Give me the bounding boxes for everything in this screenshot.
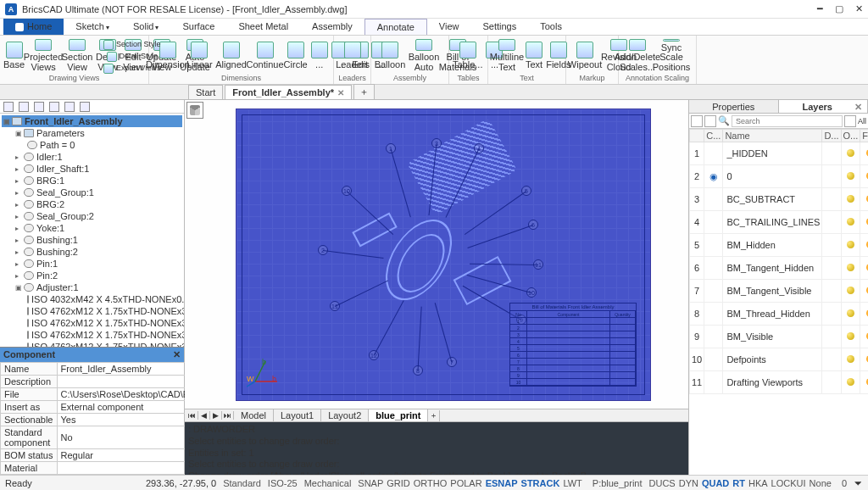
status-toggle[interactable]: DYN	[679, 478, 698, 488]
tree-item[interactable]: ▸BRG:1	[2, 175, 182, 187]
ribbon-button-small[interactable]: Export Views	[103, 63, 161, 75]
ribbon-button-small[interactable]: Detail Style	[103, 51, 161, 63]
status-toggle[interactable]: LOCKUI	[771, 478, 806, 488]
tab-assembly[interactable]: Assembly	[300, 19, 364, 35]
tree-item[interactable]: Path = 0	[40, 140, 75, 150]
ribbon-button[interactable]: Table...	[453, 39, 482, 73]
assembly-tree[interactable]: ▣Front_Idler_Assembly ▣Parameters Path =…	[0, 114, 184, 347]
tree-item[interactable]: ▸BRG:2	[2, 198, 182, 210]
tree-item[interactable]: ISO 4762xM12 X 1.75xTHD-NONEx30:3	[2, 329, 182, 341]
tab-tools[interactable]: Tools	[528, 19, 574, 35]
tab-settings[interactable]: Settings	[470, 19, 528, 35]
ribbon-button[interactable]: Sync Scale Positions	[656, 39, 687, 73]
bom-table[interactable]: Bill of Materials Front Idler Assembly N…	[509, 303, 637, 387]
panel-tab-properties[interactable]: Properties	[689, 100, 779, 113]
tree-item[interactable]: ▸Bushing:2	[2, 246, 182, 258]
tab-nav-last[interactable]: ⏭	[222, 411, 234, 420]
layer-table[interactable]: C... Name D... O... Fr... Lo... Color 1_…	[689, 129, 868, 475]
tab-annotate[interactable]: Annotate	[364, 19, 427, 35]
layer-row[interactable]: 6BM_Tangent_Hidden White	[690, 257, 869, 280]
status-toggle[interactable]: GRID	[387, 478, 410, 488]
tree-item[interactable]: ▸Seal_Group:2	[2, 210, 182, 222]
tree-root[interactable]: Front_Idler_Assembly	[25, 116, 123, 126]
tree-tool-icon[interactable]	[80, 102, 90, 112]
status-toggle[interactable]: SNAP	[358, 478, 383, 488]
status-toggle[interactable]: ESNAP	[486, 478, 518, 488]
minimize-button[interactable]: ━	[817, 3, 823, 14]
doc-tab-start[interactable]: Start	[188, 85, 223, 99]
layer-filter-icon[interactable]	[691, 115, 703, 127]
layer-row[interactable]: 1_HIDDEN White	[690, 142, 869, 165]
status-toggle[interactable]: LWT	[563, 478, 581, 488]
ribbon-button[interactable]: Base	[3, 39, 25, 73]
ribbon-button[interactable]: Text	[526, 39, 542, 73]
tree-item[interactable]: ISO 4762xM12 X 1.75xTHD-NONEx30:4	[2, 341, 182, 347]
tree-tool-icon[interactable]	[3, 102, 14, 112]
layout-tab-add[interactable]: ＋	[428, 410, 440, 421]
ribbon-button[interactable]: Section View	[62, 39, 92, 73]
ribbon-button[interactable]: Multiline Text	[492, 39, 522, 73]
tree-item[interactable]: ISO 4762xM12 X 1.75xTHD-NONEx30:2	[2, 317, 182, 329]
layer-row[interactable]: 9BM_Visible White	[690, 326, 869, 348]
tab-solid[interactable]: Solid▾	[121, 19, 170, 35]
layer-row[interactable]: 3BC_SUBTRACT Red	[690, 188, 869, 211]
status-toggle[interactable]: None	[810, 478, 832, 488]
layer-row[interactable]: 7BM_Tangent_Visible White	[690, 280, 869, 303]
tab-view[interactable]: View	[427, 19, 471, 35]
close-button[interactable]: ✕	[855, 3, 863, 14]
ribbon-button[interactable]: ...	[311, 39, 328, 73]
ribbon-button[interactable]: Balloon	[375, 39, 405, 73]
tab-nav-prev[interactable]: ◀	[198, 411, 210, 420]
ribbon-button[interactable]: Continue	[250, 39, 281, 73]
layout-tab[interactable]: Layout2	[321, 409, 369, 421]
layout-tab-model[interactable]: Model	[234, 409, 274, 421]
tab-sheetmetal[interactable]: Sheet Metal	[226, 19, 300, 35]
doc-tab-add[interactable]: ＋	[353, 84, 375, 99]
command-line[interactable]: : DRAWORDER Select entities to change dr…	[185, 422, 688, 475]
tree-tool-icon[interactable]	[19, 102, 29, 112]
tree-item[interactable]: ▸Pin:1	[2, 258, 182, 270]
tree-item[interactable]: ISO 4032xM42 X 4.5xTHD-NONEx0.1	[2, 293, 182, 305]
tab-nav-first[interactable]: ⏮	[186, 411, 198, 420]
ribbon-button[interactable]: Leaders	[337, 39, 368, 73]
status-toggle[interactable]: ORTHO	[414, 478, 448, 488]
drawing-viewport[interactable]: 1345611109781211210 Bill of Materials Fr…	[185, 100, 688, 409]
layer-filter-icon[interactable]	[704, 115, 716, 127]
tree-item[interactable]: ▸Pin:2	[2, 270, 182, 281]
status-toggle[interactable]: HKA	[748, 478, 768, 488]
doc-tab-active[interactable]: Front_Idler_Assembly*✕	[225, 85, 352, 99]
tab-home[interactable]: Home	[3, 19, 64, 35]
tree-item[interactable]: ISO 4762xM12 X 1.75xTHD-NONEx30:1	[2, 305, 182, 317]
tree-item[interactable]: Parameters	[36, 128, 85, 138]
layer-row[interactable]: 8BM_Thread_Hidden White	[690, 303, 869, 326]
ribbon-button[interactable]: Balloon Auto	[409, 39, 439, 73]
status-toggle[interactable]: POLAR	[450, 478, 481, 488]
view-cube-icon[interactable]	[186, 102, 203, 119]
tab-surface[interactable]: Surface	[170, 19, 226, 35]
tree-tool-icon[interactable]	[64, 102, 75, 112]
close-icon[interactable]: ✕	[337, 88, 344, 97]
tree-item[interactable]: ▣Adjuster:1	[2, 281, 182, 293]
layer-row[interactable]: 10Defpoints White	[690, 348, 869, 371]
status-toggle[interactable]: RT	[732, 478, 745, 488]
ribbon-button-small[interactable]: Section Style	[103, 39, 161, 51]
ribbon-button[interactable]: Aligned	[216, 39, 247, 73]
tab-sketch[interactable]: Sketch▾	[64, 19, 121, 35]
layout-tab-blueprint[interactable]: blue_print	[369, 409, 428, 421]
ribbon-button[interactable]: Projected Views	[28, 39, 58, 73]
tree-tool-icon[interactable]	[34, 102, 44, 112]
tree-item[interactable]: ▸Idler:1	[2, 151, 182, 163]
ribbon-button[interactable]: Add/Delete Scales...	[622, 39, 653, 73]
tree-item[interactable]: ▸Seal_Group:1	[2, 187, 182, 198]
tree-item[interactable]: ▸Yoke:1	[2, 222, 182, 234]
layer-row[interactable]: 2◉0 White	[690, 165, 869, 188]
panel-tab-layers[interactable]: Layers✕	[779, 100, 869, 113]
ribbon-button[interactable]: Wipeout	[570, 39, 600, 73]
ribbon-button[interactable]: Linear	[186, 39, 213, 73]
tab-nav-next[interactable]: ▶	[210, 411, 222, 420]
status-toggle[interactable]: DUCS	[649, 478, 676, 488]
layer-row[interactable]: 11Drafting Viewports White	[690, 371, 869, 394]
close-icon[interactable]: ✕	[854, 102, 862, 113]
tree-item[interactable]: ▸Idler_Shaft:1	[2, 163, 182, 175]
layout-tab[interactable]: Layout1	[274, 409, 321, 421]
